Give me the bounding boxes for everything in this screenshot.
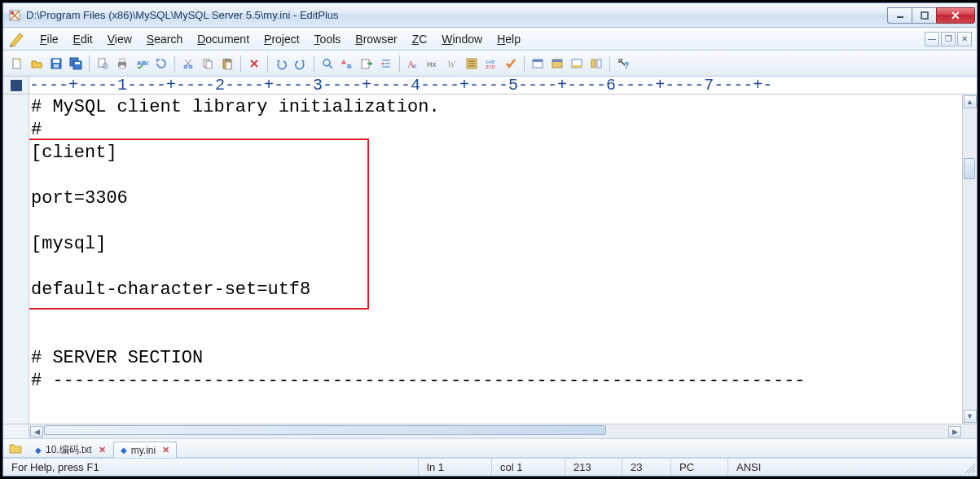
font-button[interactable]: Aa	[404, 55, 422, 73]
menu-browser[interactable]: Browser	[348, 30, 404, 48]
check-button[interactable]	[502, 55, 520, 73]
redo-button[interactable]	[292, 55, 310, 73]
print-button[interactable]	[113, 55, 131, 73]
goto-button[interactable]	[358, 55, 376, 73]
menu-document[interactable]: Document	[190, 30, 257, 48]
resize-grip-icon[interactable]	[962, 460, 977, 475]
vscroll-track[interactable]	[963, 109, 977, 409]
line-gutter	[3, 94, 29, 424]
close-button[interactable]: ✕	[936, 7, 975, 24]
paste-button[interactable]	[218, 55, 236, 73]
folder-icon[interactable]	[8, 441, 23, 455]
svg-text:B: B	[347, 63, 352, 70]
hscroll-thumb[interactable]	[44, 425, 606, 435]
open-file-button[interactable]	[28, 55, 46, 73]
menu-tools[interactable]: Tools	[307, 30, 349, 48]
undo-button[interactable]	[272, 55, 290, 73]
spellcheck-button[interactable]: ABC	[133, 55, 151, 73]
maximize-button[interactable]	[912, 7, 936, 24]
svg-rect-49	[591, 59, 595, 68]
titlebar: D:\Program Files (x86)\MySQL\MySQL Serve…	[3, 3, 977, 28]
menu-file[interactable]: File	[33, 30, 66, 48]
linenum-button[interactable]	[463, 55, 481, 73]
delete-button[interactable]	[245, 55, 263, 73]
menu-search[interactable]: Search	[139, 30, 190, 48]
app-window: D:\Program Files (x86)\MySQL\MySQL Serve…	[2, 2, 978, 477]
svg-rect-11	[75, 62, 80, 64]
print-preview-button[interactable]	[94, 55, 112, 73]
svg-text:2CD: 2CD	[486, 64, 496, 69]
svg-line-53	[969, 467, 975, 473]
svg-rect-46	[552, 59, 562, 62]
menu-edit[interactable]: Edit	[66, 30, 100, 48]
mdi-restore-button[interactable]: ❐	[941, 32, 956, 46]
scroll-down-button[interactable]: ▼	[964, 410, 977, 423]
ruler-gutter	[3, 77, 29, 94]
svg-rect-23	[225, 59, 230, 61]
indent-button[interactable]	[377, 55, 395, 73]
scroll-right-button[interactable]: ▶	[948, 426, 961, 437]
editplus-icon	[8, 30, 26, 48]
menu-help[interactable]: Help	[490, 30, 528, 48]
status-help: For Help, press F1	[3, 459, 419, 476]
svg-line-54	[972, 470, 975, 473]
document-tab-strip: ◆ 10.编码.txt ✕ ◆ my.ini ✕	[3, 438, 977, 458]
save-all-button[interactable]	[67, 55, 85, 73]
ruler-cursor-icon	[11, 80, 22, 91]
window-list-button[interactable]	[529, 55, 547, 73]
replace-button[interactable]: AB	[338, 55, 356, 73]
save-button[interactable]	[47, 55, 65, 73]
svg-text:a: a	[413, 61, 416, 69]
find-button[interactable]	[319, 55, 336, 73]
column-button[interactable]: 1AB2CD	[482, 55, 500, 73]
doc-tab-1[interactable]: ◆ my.ini ✕	[113, 442, 177, 458]
tab-close-icon[interactable]: ✕	[99, 445, 106, 455]
svg-text:Hx: Hx	[427, 60, 437, 68]
menu-view[interactable]: View	[100, 30, 139, 48]
status-col: col 1	[492, 459, 565, 476]
mdi-close-button[interactable]: ✕	[957, 32, 972, 46]
cut-button[interactable]	[179, 55, 197, 73]
menu-zc[interactable]: ZC	[405, 30, 435, 48]
svg-rect-50	[597, 59, 601, 68]
svg-rect-8	[54, 64, 59, 68]
doc-tab-0[interactable]: ◆ 10.编码.txt ✕	[28, 442, 113, 458]
status-mode: PC	[671, 459, 728, 476]
app-icon	[8, 9, 21, 22]
text-editor[interactable]: # MySQL client library initialization. #…	[29, 94, 962, 424]
svg-rect-48	[572, 65, 582, 68]
horizontal-scrollbar[interactable]: ◀ ▶	[29, 424, 962, 438]
scroll-up-button[interactable]: ▲	[964, 95, 977, 108]
hscroll-track[interactable]	[44, 424, 947, 438]
wordwrap-button[interactable]: W	[443, 55, 461, 73]
status-encoding: ANSI	[728, 459, 810, 476]
scroll-left-button[interactable]: ◀	[30, 426, 43, 437]
hex-button[interactable]: Hx	[424, 55, 442, 73]
diamond-icon: ◆	[35, 446, 42, 455]
new-file-button[interactable]	[8, 55, 26, 73]
svg-text:A: A	[341, 59, 346, 66]
directory-button[interactable]	[548, 55, 566, 73]
svg-text:?: ?	[624, 61, 629, 70]
status-sel: 23	[622, 459, 671, 476]
refresh-button[interactable]	[152, 55, 170, 73]
help-button[interactable]: ?	[614, 55, 632, 73]
cliptext-button[interactable]	[587, 55, 605, 73]
tab-close-icon[interactable]: ✕	[162, 445, 169, 455]
window-title: D:\Program Files (x86)\MySQL\MySQL Serve…	[26, 9, 887, 21]
ruler: ----+----1----+----2----+----3----+----4…	[29, 77, 977, 94]
menu-project[interactable]: Project	[257, 30, 307, 48]
toolbar: ABC AB Aa Hx W 1AB2CD ?	[3, 51, 977, 77]
minimize-button[interactable]	[887, 7, 912, 24]
svg-rect-12	[99, 59, 105, 67]
menubar: File Edit View Search Document Project T…	[3, 28, 977, 51]
copy-button[interactable]	[199, 55, 217, 73]
svg-rect-44	[533, 59, 543, 62]
vscroll-thumb[interactable]	[964, 158, 975, 179]
output-button[interactable]	[568, 55, 586, 73]
menu-window[interactable]: Window	[434, 30, 490, 48]
vertical-scrollbar[interactable]: ▲ ▼	[962, 94, 977, 424]
mdi-minimize-button[interactable]: —	[925, 32, 939, 46]
svg-rect-16	[120, 65, 125, 68]
svg-rect-24	[226, 62, 231, 69]
